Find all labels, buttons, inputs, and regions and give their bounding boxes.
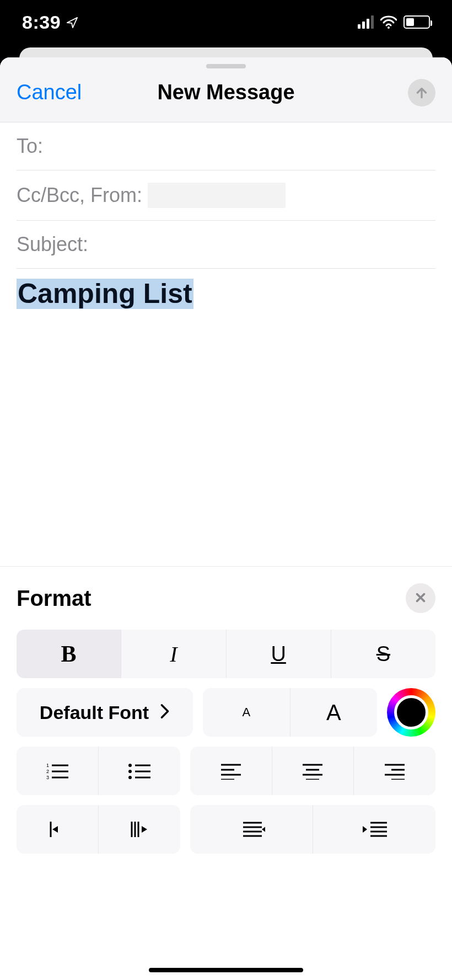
ccbcc-row[interactable]: Cc/Bcc, From: xyxy=(17,171,435,221)
align-left-icon xyxy=(220,762,242,780)
chevron-right-icon xyxy=(160,702,170,723)
format-panel: Format B I U S Default Font xyxy=(0,566,452,980)
to-input[interactable] xyxy=(49,135,435,158)
to-label: To: xyxy=(17,135,43,158)
format-title: Format xyxy=(17,586,92,611)
font-picker-button[interactable]: Default Font xyxy=(17,688,193,737)
status-time-text: 8:39 xyxy=(22,12,61,33)
underline-button[interactable]: U xyxy=(226,630,331,678)
alignment-group xyxy=(190,747,435,795)
svg-marker-26 xyxy=(52,826,58,833)
direction-ltr-icon xyxy=(128,819,150,839)
font-label: Default Font xyxy=(40,702,149,723)
decrease-indent-button[interactable] xyxy=(190,805,313,854)
from-value-redacted xyxy=(148,183,286,208)
cellular-signal-icon xyxy=(358,15,374,29)
svg-point-9 xyxy=(128,770,132,773)
lists-align-row: 1 2 3 xyxy=(17,747,435,795)
direction-ltr-button[interactable] xyxy=(98,805,180,854)
svg-marker-35 xyxy=(262,826,265,833)
format-header: Format xyxy=(17,583,435,613)
italic-glyph: I xyxy=(170,641,177,667)
svg-point-0 xyxy=(388,26,390,29)
close-icon xyxy=(415,589,427,608)
align-left-button[interactable] xyxy=(190,747,272,795)
increase-size-button[interactable]: A xyxy=(290,688,378,737)
svg-marker-36 xyxy=(363,826,367,833)
compose-body[interactable]: Camping List xyxy=(0,269,452,319)
svg-point-7 xyxy=(128,764,132,767)
align-center-icon xyxy=(302,762,324,780)
font-size-stepper: A A xyxy=(203,688,377,737)
italic-button[interactable]: I xyxy=(121,630,225,678)
numbered-list-button[interactable]: 1 2 3 xyxy=(17,747,98,795)
subject-label: Subject: xyxy=(17,233,88,256)
increase-indent-icon xyxy=(360,820,388,839)
wifi-icon xyxy=(380,15,397,29)
svg-text:1: 1 xyxy=(46,763,49,768)
bulleted-list-icon xyxy=(127,761,152,781)
align-right-button[interactable] xyxy=(353,747,435,795)
compose-fields: To: Cc/Bcc, From: Subject: xyxy=(0,122,452,269)
close-format-button[interactable] xyxy=(406,583,435,613)
direction-rtl-button[interactable] xyxy=(17,805,98,854)
bold-glyph: B xyxy=(61,641,77,667)
status-time: 8:39 xyxy=(22,12,78,33)
decrease-indent-icon xyxy=(238,820,265,839)
svg-marker-30 xyxy=(142,826,147,833)
color-picker-button[interactable] xyxy=(387,688,435,737)
home-indicator[interactable] xyxy=(149,968,303,972)
increase-indent-button[interactable] xyxy=(313,805,435,854)
subject-input[interactable] xyxy=(94,233,435,256)
indent-group xyxy=(190,805,435,854)
size-large-glyph: A xyxy=(326,700,341,725)
compose-sheet: Cancel New Message To: Cc/Bcc, From: Sub… xyxy=(0,57,452,980)
size-small-glyph: A xyxy=(242,705,250,720)
indent-direction-row xyxy=(17,805,435,854)
numbered-list-icon: 1 2 3 xyxy=(45,761,69,781)
direction-rtl-icon xyxy=(48,819,67,839)
strikethrough-button[interactable]: S xyxy=(331,630,435,678)
svg-text:3: 3 xyxy=(46,775,49,780)
to-row[interactable]: To: xyxy=(17,122,435,171)
status-bar: 8:39 xyxy=(0,0,452,44)
sheet-grabber[interactable] xyxy=(206,64,246,68)
ccbcc-label: Cc/Bcc, From: xyxy=(17,184,142,207)
location-arrow-icon xyxy=(66,12,78,33)
underline-glyph: U xyxy=(271,642,286,666)
color-swatch-icon xyxy=(394,695,428,729)
arrow-up-icon xyxy=(415,86,429,100)
compose-title: New Message xyxy=(157,81,294,104)
subject-row[interactable]: Subject: xyxy=(17,221,435,269)
text-style-segment: B I U S xyxy=(17,630,435,678)
font-size-color-row: Default Font A A xyxy=(17,688,435,737)
svg-text:2: 2 xyxy=(46,769,49,774)
strike-glyph: S xyxy=(376,642,390,666)
svg-point-11 xyxy=(128,776,132,779)
bold-button[interactable]: B xyxy=(17,630,121,678)
decrease-size-button[interactable]: A xyxy=(203,688,290,737)
battery-icon xyxy=(403,15,430,29)
direction-group xyxy=(17,805,180,854)
screen: 8:39 Cancel New Message xyxy=(0,0,452,980)
status-right xyxy=(358,15,430,29)
align-center-button[interactable] xyxy=(272,747,354,795)
list-style-group: 1 2 3 xyxy=(17,747,180,795)
cancel-button[interactable]: Cancel xyxy=(17,80,82,104)
compose-header: Cancel New Message xyxy=(0,57,452,122)
send-button[interactable] xyxy=(408,79,435,106)
align-right-icon xyxy=(384,762,406,780)
body-selected-text[interactable]: Camping List xyxy=(17,279,193,309)
bulleted-list-button[interactable] xyxy=(98,747,180,795)
